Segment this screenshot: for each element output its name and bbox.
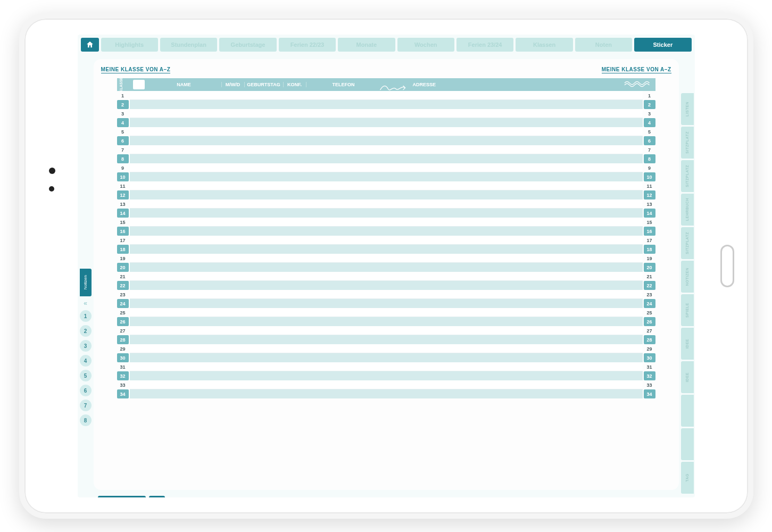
row-content[interactable] [130, 200, 643, 209]
right-tab-10[interactable] [681, 428, 694, 460]
row-content[interactable] [130, 272, 643, 281]
table-row[interactable]: 2727 [117, 326, 655, 335]
table-row[interactable]: 1212 [117, 190, 655, 200]
nav-tab-stundenplan[interactable]: Stundenplan [160, 38, 217, 52]
row-content[interactable] [130, 145, 643, 154]
row-content[interactable] [130, 344, 643, 353]
right-tab-0[interactable]: LISTEN [681, 93, 694, 125]
right-tab-11[interactable]: TAG [681, 462, 694, 494]
left-bullet-4[interactable]: 4 [80, 355, 92, 367]
table-row[interactable]: 1616 [117, 227, 655, 236]
right-tab-4[interactable]: SITZPLATZ [681, 227, 694, 259]
row-content[interactable] [130, 136, 643, 145]
row-content[interactable] [130, 227, 643, 236]
table-row[interactable]: 1111 [117, 181, 655, 190]
home-button[interactable] [81, 38, 99, 52]
left-bullet-3[interactable]: 3 [80, 340, 92, 352]
table-row[interactable]: 1919 [117, 254, 655, 263]
row-content[interactable] [130, 281, 643, 290]
row-content[interactable] [130, 389, 643, 398]
home-hardware-button[interactable] [720, 245, 734, 287]
row-content[interactable] [130, 299, 643, 308]
table-row[interactable]: 1414 [117, 209, 655, 218]
right-tab-2[interactable]: SITZPLATZ [681, 160, 694, 192]
row-content[interactable] [130, 236, 643, 245]
table-row[interactable]: 33 [117, 109, 655, 118]
table-row[interactable]: 3232 [117, 371, 655, 380]
right-tab-6[interactable]: SPIELE [681, 294, 694, 326]
row-content[interactable] [130, 218, 643, 227]
klasse-input-box[interactable] [133, 80, 145, 89]
table-row[interactable]: 22 [117, 100, 655, 109]
table-row[interactable]: 3333 [117, 380, 655, 389]
row-content[interactable] [130, 190, 643, 200]
left-bullet-2[interactable]: 2 [80, 325, 92, 337]
table-row[interactable]: 3030 [117, 353, 655, 362]
left-bullet-6[interactable]: 6 [80, 385, 92, 396]
right-tab-1[interactable]: SITZPLATZ [681, 127, 694, 159]
row-content[interactable] [130, 209, 643, 218]
impressum-button[interactable]: Impressum & Kontakt [98, 496, 146, 497]
table-row[interactable]: 1515 [117, 218, 655, 227]
row-content[interactable] [130, 163, 643, 172]
row-content[interactable] [130, 362, 643, 371]
table-row[interactable]: 1313 [117, 200, 655, 209]
table-row[interactable]: 2626 [117, 317, 655, 326]
table-row[interactable]: 2525 [117, 308, 655, 317]
table-row[interactable]: 3434 [117, 389, 655, 398]
row-content[interactable] [130, 245, 643, 254]
nav-tab-wochen[interactable]: Wochen [397, 38, 454, 52]
table-row[interactable]: 1010 [117, 172, 655, 181]
row-content[interactable] [130, 335, 643, 344]
row-content[interactable] [130, 172, 643, 181]
chevron-up-icon[interactable]: « [84, 300, 87, 307]
right-tab-3[interactable]: LEHRBUCH [681, 194, 694, 226]
row-content[interactable] [130, 100, 643, 109]
table-row[interactable]: 2222 [117, 281, 655, 290]
row-content[interactable] [130, 181, 643, 190]
table-row[interactable]: 77 [117, 145, 655, 154]
row-content[interactable] [130, 371, 643, 380]
nav-tab-ferien-23-24[interactable]: Ferien 23/24 [456, 38, 513, 52]
table-row[interactable]: 1717 [117, 236, 655, 245]
row-content[interactable] [130, 353, 643, 362]
table-row[interactable]: 2020 [117, 263, 655, 272]
right-tab-9[interactable] [681, 395, 694, 427]
right-tab-5[interactable]: NOTIZEN [681, 261, 694, 293]
table-row[interactable]: 99 [117, 163, 655, 172]
row-content[interactable] [130, 317, 643, 326]
row-content[interactable] [130, 290, 643, 299]
row-content[interactable] [130, 154, 643, 163]
left-bullet-1[interactable]: 1 [80, 310, 92, 322]
table-row[interactable]: 55 [117, 127, 655, 136]
table-row[interactable]: 3131 [117, 362, 655, 371]
right-tab-8[interactable]: IDEE [681, 361, 694, 393]
row-content[interactable] [130, 380, 643, 389]
table-row[interactable]: 66 [117, 136, 655, 145]
table-row[interactable]: 2121 [117, 272, 655, 281]
table-row[interactable]: 1818 [117, 245, 655, 254]
table-row[interactable]: 2828 [117, 335, 655, 344]
faq-button[interactable]: FAQ [149, 496, 165, 497]
row-content[interactable] [130, 326, 643, 335]
nav-tab-monate[interactable]: Monate [338, 38, 395, 52]
row-content[interactable] [130, 308, 643, 317]
nav-tab-sticker[interactable]: Sticker [634, 38, 691, 52]
left-bullet-8[interactable]: 8 [80, 414, 92, 426]
nav-tab-geburtstage[interactable]: Geburtstage [219, 38, 276, 52]
table-row[interactable]: 88 [117, 154, 655, 163]
nav-tab-klassen[interactable]: Klassen [516, 38, 572, 52]
right-tab-7[interactable]: IDEE [681, 328, 694, 360]
left-bullet-7[interactable]: 7 [80, 400, 92, 411]
table-row[interactable]: 2424 [117, 299, 655, 308]
nav-tab-highlights[interactable]: Highlights [101, 38, 158, 52]
nav-tab-ferien-22-23[interactable]: Ferien 22/23 [279, 38, 336, 52]
table-row[interactable]: 2323 [117, 290, 655, 299]
row-content[interactable] [130, 254, 643, 263]
row-content[interactable] [130, 263, 643, 272]
table-row[interactable]: 2929 [117, 344, 655, 353]
left-bullet-5[interactable]: 5 [80, 370, 92, 381]
row-content[interactable] [130, 109, 643, 118]
nav-tab-noten[interactable]: Noten [575, 38, 632, 52]
row-content[interactable] [130, 127, 643, 136]
